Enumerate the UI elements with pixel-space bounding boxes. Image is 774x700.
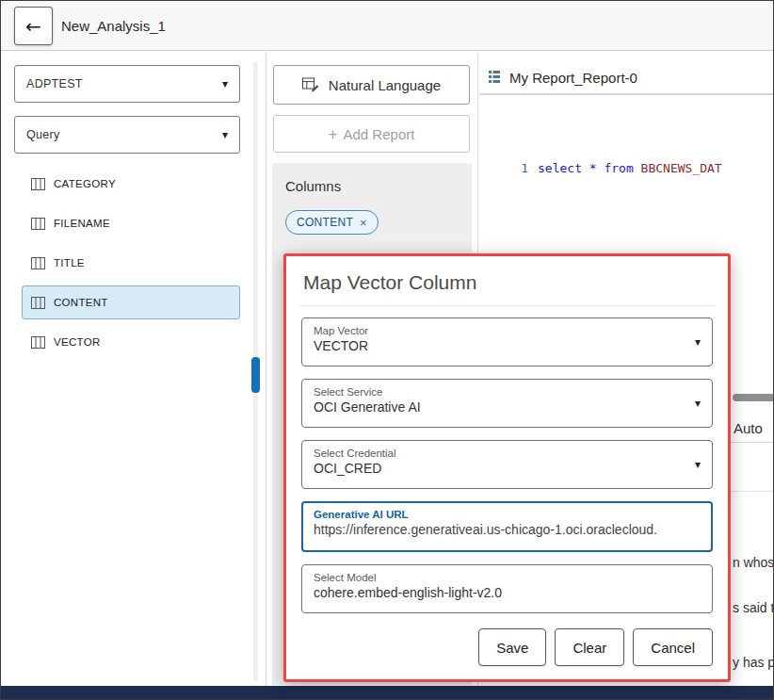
select-credential-select[interactable]: Select Credential OCI_CRED ▾ <box>301 440 713 489</box>
chevron-down-icon: ▾ <box>222 78 228 90</box>
query-select[interactable]: Query ▾ <box>14 116 240 154</box>
sql-code-line: 1select * from BBCNEWS_DAT <box>479 161 774 175</box>
field-value: cohere.embed-english-light-v2.0 <box>314 585 680 600</box>
sidebar-item-vector[interactable]: VECTOR <box>22 325 240 359</box>
column-icon <box>31 297 45 309</box>
dialog-divider <box>299 305 715 306</box>
report-icon <box>488 70 501 85</box>
top-bar: ← New_Analysis_1 <box>1 1 773 51</box>
sidebar-item-title[interactable]: TITLE <box>22 246 240 280</box>
sidebar-item-label: FILENAME <box>54 218 110 229</box>
field-label: Map Vector <box>314 325 680 336</box>
chip-remove-icon[interactable]: × <box>360 217 367 229</box>
chevron-down-icon: ▾ <box>695 336 701 348</box>
query-select-value: Query <box>26 128 60 141</box>
sidebar-item-filename[interactable]: FILENAME <box>22 206 240 240</box>
field-label: Generative AI URL <box>314 509 680 520</box>
cancel-button[interactable]: Cancel <box>633 628 713 666</box>
field-label: Select Service <box>314 386 680 398</box>
row-divider <box>731 491 774 492</box>
add-report-button[interactable]: + Add Report <box>273 115 470 153</box>
sidebar-item-label: CATEGORY <box>54 178 116 189</box>
app-window: ← New_Analysis_1 ADPTEST ▾ Query ▾ CATEG… <box>0 0 774 700</box>
field-label: Select Model <box>314 572 680 583</box>
natural-language-button[interactable]: Natural Language <box>273 65 470 105</box>
status-bar <box>1 686 774 700</box>
chip-label: CONTENT <box>297 216 353 229</box>
report-text-fragment: y has p <box>733 655 774 670</box>
sidebar-item-category[interactable]: CATEGORY <box>22 167 240 201</box>
field-value: https://inference.generativeai.us-chicag… <box>314 522 680 537</box>
generative-ai-url-input[interactable]: Generative AI URL https://inference.gene… <box>301 501 713 552</box>
columns-panel-title: Columns <box>272 163 472 194</box>
sidebar-item-label: TITLE <box>54 257 85 269</box>
report-text-fragment: s said t <box>733 600 774 615</box>
field-value: OCI Generative AI <box>314 399 680 415</box>
column-icon <box>31 336 45 349</box>
chevron-down-icon: ▾ <box>695 459 701 470</box>
select-model-input[interactable]: Select Model cohere.embed-english-light-… <box>301 564 713 613</box>
back-arrow-icon: ← <box>25 17 41 36</box>
sidebar-item-content[interactable]: CONTENT <box>22 285 240 319</box>
add-report-label: Add Report <box>344 126 415 142</box>
sidebar-item-label: CONTENT <box>54 297 108 308</box>
schema-select[interactable]: ADPTEST ▾ <box>14 65 240 103</box>
column-list: CATEGORY FILENAME TITLE CONTENT <box>22 167 240 359</box>
horizontal-scrollbar-thumb[interactable] <box>733 394 774 401</box>
field-label: Select Credential <box>314 448 680 459</box>
column-icon <box>31 218 45 230</box>
plus-icon: + <box>329 126 338 142</box>
sidebar-item-label: VECTOR <box>54 336 101 348</box>
sql-keyword: select * from <box>538 161 641 175</box>
dialog-title: Map Vector Column <box>301 269 713 305</box>
field-value: VECTOR <box>314 338 680 353</box>
natural-language-label: Natural Language <box>329 77 441 93</box>
panel-divider <box>266 52 266 686</box>
dialog-button-row: Save Clear Cancel <box>301 628 713 666</box>
field-value: OCI_CRED <box>314 461 680 476</box>
column-chip-content[interactable]: CONTENT × <box>285 210 379 235</box>
clear-button[interactable]: Clear <box>555 628 624 666</box>
schema-select-value: ADPTEST <box>26 77 83 90</box>
report-header: My Report_Report-0 <box>479 61 774 95</box>
chevron-down-icon: ▾ <box>222 129 228 140</box>
natural-language-icon <box>302 77 320 92</box>
chevron-down-icon: ▾ <box>695 398 701 409</box>
map-vector-column-dialog: Map Vector Column Map Vector VECTOR ▾ Se… <box>283 253 731 682</box>
column-icon <box>31 178 45 190</box>
report-text-fragment: n whos <box>733 555 774 570</box>
background-tab-auto[interactable]: Auto <box>734 414 774 442</box>
line-number: 1 <box>479 161 538 175</box>
save-button[interactable]: Save <box>478 628 546 666</box>
report-title: My Report_Report-0 <box>509 70 637 86</box>
map-vector-select[interactable]: Map Vector VECTOR ▾ <box>301 317 713 366</box>
page-title: New_Analysis_1 <box>61 1 166 51</box>
sidebar: ADPTEST ▾ Query ▾ CATEGORY FILENAME <box>14 65 240 365</box>
panel-collapse-handle[interactable] <box>251 357 260 393</box>
tab-underline <box>731 442 774 443</box>
column-icon <box>31 257 45 269</box>
select-service-select[interactable]: Select Service OCI Generative AI ▾ <box>301 379 713 428</box>
sql-table-name: BBCNEWS_DAT <box>641 161 722 175</box>
back-button[interactable]: ← <box>14 7 53 45</box>
